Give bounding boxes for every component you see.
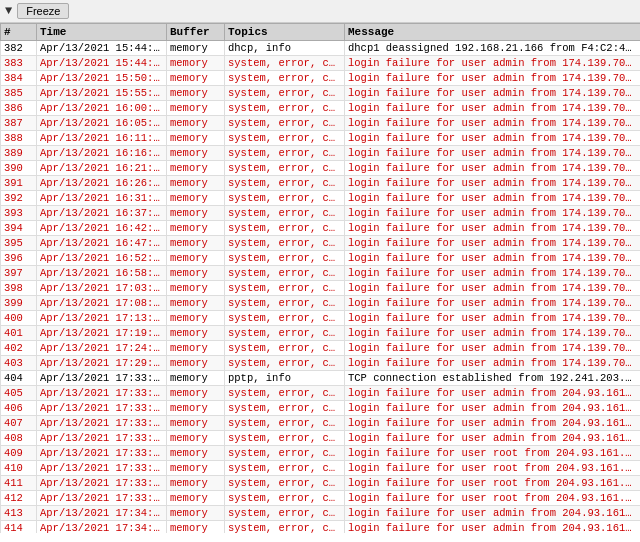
cell-message: dhcp1 deassigned 192.168.21.166 from F4:…: [345, 41, 641, 56]
col-header-message: Message: [345, 24, 641, 41]
cell-time: Apr/13/2021 17:33:53: [37, 476, 167, 491]
cell-num: 385: [1, 86, 37, 101]
col-header-num: #: [1, 24, 37, 41]
cell-message: login failure for user admin from 174.13…: [345, 311, 641, 326]
cell-topics: system, error, critical: [225, 521, 345, 534]
table-row: 405Apr/13/2021 17:33:36memorysystem, err…: [1, 386, 641, 401]
cell-buffer: memory: [167, 416, 225, 431]
cell-num: 387: [1, 116, 37, 131]
table-row: 414Apr/13/2021 17:34:05memorysystem, err…: [1, 521, 641, 534]
cell-message: login failure for user admin from 174.13…: [345, 191, 641, 206]
cell-message: login failure for user admin from 174.13…: [345, 341, 641, 356]
table-row: 394Apr/13/2021 16:42:29memorysystem, err…: [1, 221, 641, 236]
cell-num: 413: [1, 506, 37, 521]
col-header-time: Time: [37, 24, 167, 41]
cell-message: login failure for user admin from 174.13…: [345, 236, 641, 251]
cell-num: 383: [1, 56, 37, 71]
table-row: 409Apr/13/2021 17:33:48memorysystem, err…: [1, 446, 641, 461]
cell-time: Apr/13/2021 17:33:38: [37, 401, 167, 416]
cell-message: login failure for user admin from 174.13…: [345, 266, 641, 281]
cell-message: TCP connection established from 192.241.…: [345, 371, 641, 386]
cell-buffer: memory: [167, 311, 225, 326]
table-row: 388Apr/13/2021 16:11:03memorysystem, err…: [1, 131, 641, 146]
cell-num: 407: [1, 416, 37, 431]
cell-time: Apr/13/2021 17:33:57: [37, 491, 167, 506]
cell-num: 389: [1, 146, 37, 161]
cell-message: login failure for user admin from 174.13…: [345, 251, 641, 266]
cell-time: Apr/13/2021 16:05:48: [37, 116, 167, 131]
cell-num: 410: [1, 461, 37, 476]
cell-buffer: memory: [167, 476, 225, 491]
table-row: 411Apr/13/2021 17:33:53memorysystem, err…: [1, 476, 641, 491]
cell-topics: system, error, critical: [225, 311, 345, 326]
cell-message: login failure for user admin from 174.13…: [345, 86, 641, 101]
cell-num: 397: [1, 266, 37, 281]
table-row: 402Apr/13/2021 17:24:23memorysystem, err…: [1, 341, 641, 356]
cell-topics: system, error, critical: [225, 341, 345, 356]
cell-topics: system, error, critical: [225, 266, 345, 281]
cell-topics: system, error, critical: [225, 101, 345, 116]
cell-message: login failure for user admin from 174.13…: [345, 221, 641, 236]
cell-buffer: memory: [167, 386, 225, 401]
cell-topics: system, error, critical: [225, 296, 345, 311]
table-row: 390Apr/13/2021 16:21:30memorysystem, err…: [1, 161, 641, 176]
freeze-button[interactable]: Freeze: [17, 3, 69, 19]
log-table: # Time Buffer Topics Message 382Apr/13/2…: [0, 23, 640, 533]
cell-time: Apr/13/2021 16:52:59: [37, 251, 167, 266]
cell-num: 404: [1, 371, 37, 386]
cell-num: 394: [1, 221, 37, 236]
cell-buffer: memory: [167, 71, 225, 86]
cell-buffer: memory: [167, 341, 225, 356]
table-row: 403Apr/13/2021 17:29:35memorysystem, err…: [1, 356, 641, 371]
cell-topics: system, error, critical: [225, 326, 345, 341]
cell-topics: system, error, critical: [225, 56, 345, 71]
cell-time: Apr/13/2021 17:29:35: [37, 356, 167, 371]
cell-message: login failure for user admin from 174.13…: [345, 71, 641, 86]
table-row: 407Apr/13/2021 17:33:42memorysystem, err…: [1, 416, 641, 431]
cell-time: Apr/13/2021 16:42:29: [37, 221, 167, 236]
table-header-row: # Time Buffer Topics Message: [1, 24, 641, 41]
table-row: 412Apr/13/2021 17:33:57memorysystem, err…: [1, 491, 641, 506]
cell-num: 390: [1, 161, 37, 176]
cell-buffer: memory: [167, 521, 225, 534]
cell-num: 406: [1, 401, 37, 416]
table-row: 384Apr/13/2021 15:50:07memorysystem, err…: [1, 71, 641, 86]
cell-topics: pptp, info: [225, 371, 345, 386]
cell-topics: system, error, critical: [225, 476, 345, 491]
cell-message: login failure for user admin from 174.13…: [345, 116, 641, 131]
cell-buffer: memory: [167, 131, 225, 146]
cell-message: login failure for user admin from 174.13…: [345, 326, 641, 341]
cell-buffer: memory: [167, 251, 225, 266]
table-row: 413Apr/13/2021 17:34:01memorysystem, err…: [1, 506, 641, 521]
cell-buffer: memory: [167, 206, 225, 221]
cell-topics: system, error, critical: [225, 506, 345, 521]
cell-topics: system, error, critical: [225, 431, 345, 446]
cell-num: 409: [1, 446, 37, 461]
cell-buffer: memory: [167, 296, 225, 311]
cell-topics: system, error, critical: [225, 176, 345, 191]
cell-topics: system, error, critical: [225, 161, 345, 176]
cell-message: login failure for user admin from 204.93…: [345, 416, 641, 431]
table-row: 383Apr/13/2021 15:44:55memorysystem, err…: [1, 56, 641, 71]
cell-buffer: memory: [167, 506, 225, 521]
cell-message: login failure for user admin from 174.13…: [345, 281, 641, 296]
cell-time: Apr/13/2021 16:21:30: [37, 161, 167, 176]
table-row: 397Apr/13/2021 16:58:12memorysystem, err…: [1, 266, 641, 281]
cell-buffer: memory: [167, 356, 225, 371]
cell-buffer: memory: [167, 161, 225, 176]
filter-icon: ▼: [5, 4, 12, 18]
cell-topics: system, error, critical: [225, 146, 345, 161]
table-row: 398Apr/13/2021 17:03:28memorysystem, err…: [1, 281, 641, 296]
cell-message: login failure for user admin from 204.93…: [345, 401, 641, 416]
cell-time: Apr/13/2021 16:31:58: [37, 191, 167, 206]
cell-time: Apr/13/2021 16:58:12: [37, 266, 167, 281]
cell-num: 395: [1, 236, 37, 251]
cell-num: 408: [1, 431, 37, 446]
cell-message: login failure for user admin from 174.13…: [345, 296, 641, 311]
cell-buffer: memory: [167, 446, 225, 461]
col-header-topics: Topics: [225, 24, 345, 41]
cell-time: Apr/13/2021 16:37:12: [37, 206, 167, 221]
cell-topics: system, error, critical: [225, 206, 345, 221]
table-row: 391Apr/13/2021 16:26:43memorysystem, err…: [1, 176, 641, 191]
cell-topics: system, error, critical: [225, 221, 345, 236]
